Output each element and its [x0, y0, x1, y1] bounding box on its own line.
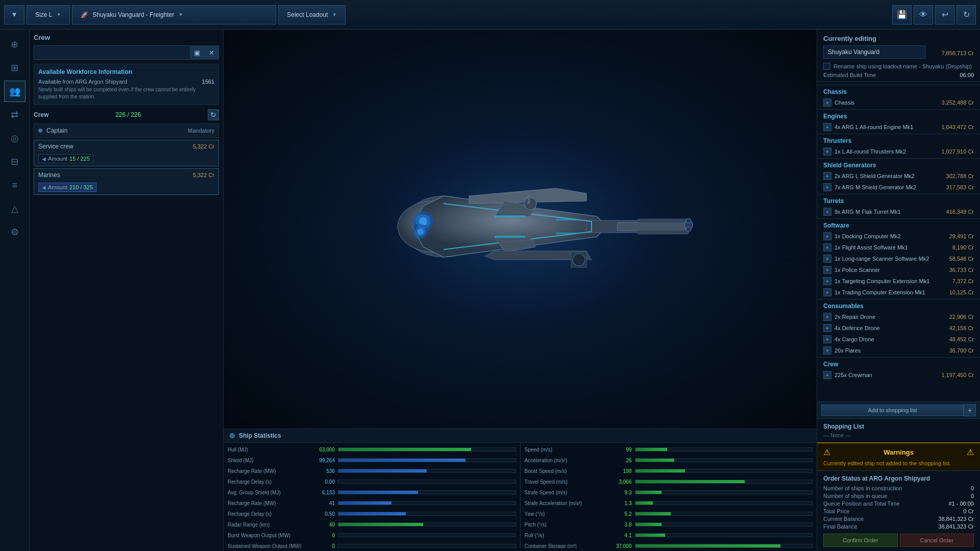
config-item-price: 58,546 Cr	[949, 256, 974, 262]
expand-btn[interactable]: +	[823, 208, 831, 216]
add-shopping-icon-button[interactable]: +	[964, 404, 976, 416]
stat-bar-fill	[338, 448, 471, 451]
marines-amount-decrease[interactable]: ◀	[42, 185, 46, 190]
config-item-price: 1,027,910 Cr	[941, 148, 974, 155]
expand-btn[interactable]: +	[823, 232, 831, 240]
stat-bar-fill	[338, 459, 465, 462]
refresh-crew-button[interactable]: ↻	[208, 109, 219, 120]
sidebar-item-list[interactable]: ≡	[4, 174, 26, 196]
close-search-button[interactable]: ✕	[204, 45, 218, 60]
expand-btn[interactable]: +	[823, 123, 831, 131]
stat-label: Yaw (°/s)	[525, 511, 606, 517]
config-item[interactable]: + 2x ARG L Shield Generator Mk2 302,788 …	[817, 170, 980, 182]
sidebar-item-settings[interactable]: ⚙	[4, 221, 26, 243]
config-item[interactable]: + 4x Cargo Drone 48,452 Cr	[817, 334, 980, 345]
sidebar-item-target[interactable]: ⊕	[4, 34, 26, 55]
order-row: Queue Position and Total Time #1 - 00:00	[823, 500, 974, 507]
rename-row: Rename ship using loadout name - Shuyaku…	[823, 63, 974, 70]
expand-btn[interactable]: +	[823, 346, 831, 355]
stat-bar-bg	[338, 480, 516, 484]
stat-row: Recharge Rate (MW) 41	[228, 498, 516, 508]
size-dropdown-arrow[interactable]: ▼	[4, 5, 24, 24]
config-item-price: 42,156 Cr	[949, 325, 974, 331]
expand-btn[interactable]: +	[823, 324, 831, 332]
ship-svg	[341, 114, 699, 344]
config-item[interactable]: + 225x Crewman 1,197,450 Cr	[817, 369, 980, 381]
search-input[interactable]	[34, 49, 190, 56]
ship-name-input[interactable]	[823, 45, 925, 59]
stat-label: Boost Speed (m/s)	[525, 468, 606, 474]
config-item[interactable]: + 9x ARG M Flak Turret Mk1 416,349 Cr	[817, 206, 980, 217]
expand-btn[interactable]: +	[823, 288, 831, 296]
config-expand: + 4x Defence Drone	[823, 324, 880, 332]
expand-btn[interactable]: +	[823, 335, 831, 343]
expand-btn[interactable]: +	[823, 183, 831, 191]
stat-bar-bg	[635, 512, 813, 516]
sidebar-item-radar[interactable]: ◎	[4, 128, 26, 149]
marines-amount-control: ◀ Amount 210 / 325	[38, 183, 96, 192]
stat-bar-bg	[635, 490, 813, 494]
config-expand: + 2x ARG L Shield Generator Mk2	[823, 172, 915, 180]
ship-name-display[interactable]: 🚀 Shuyaku Vanguard - Freighter ▼	[72, 5, 276, 24]
expand-btn[interactable]: +	[823, 313, 831, 321]
stat-value: 0	[309, 533, 335, 538]
config-item[interactable]: + 1x Targeting Computer Extension Mk1 7,…	[817, 276, 980, 287]
expand-btn[interactable]: +	[823, 371, 831, 379]
expand-btn[interactable]: +	[823, 277, 831, 285]
config-item[interactable]: + 1x Trading Computer Extension Mk1 10,1…	[817, 287, 980, 298]
config-item[interactable]: + 4x ARG L All-round Engine Mk1 1,043,47…	[817, 121, 980, 133]
svg-rect-25	[495, 215, 525, 217]
sidebar-item-crew[interactable]: 👥	[4, 81, 26, 102]
stat-value: 536	[309, 468, 335, 474]
workforce-source-row: Available from ARG Argon Shipyard 1561	[38, 79, 214, 85]
expand-btn[interactable]: +	[823, 172, 831, 180]
rename-checkbox[interactable]	[823, 63, 830, 70]
service-crew-amount-row: ◀ Amount 15 / 225	[34, 153, 218, 166]
config-item[interactable]: + Chassis 3,252,488 Cr	[817, 97, 980, 108]
clear-search-button[interactable]: ▣	[190, 45, 204, 60]
sidebar-item-remove[interactable]: ⊟	[4, 151, 26, 172]
config-item[interactable]: + 1x Docking Computer Mk2 29,491 Cr	[817, 231, 980, 242]
service-amount-decrease[interactable]: ◀	[42, 156, 46, 162]
ship-3d-view[interactable]	[224, 30, 817, 429]
order-row-value: 38,841,323 Cr	[938, 523, 974, 530]
expand-btn[interactable]: +	[823, 255, 831, 263]
stats-title: Ship Statistics	[239, 432, 281, 439]
stat-row: Avg. Group Shield (MJ) 6,133	[228, 488, 516, 497]
config-item[interactable]: + 7x ARG M Shield Generator Mk2 317,583 …	[817, 182, 980, 193]
stat-label: Strafe Acceleration (m/s²)	[525, 500, 606, 506]
config-expand: + 1x Targeting Computer Extension Mk1	[823, 277, 929, 285]
config-item[interactable]: + 1x L All-round Thrusters Mk2 1,027,910…	[817, 146, 980, 157]
stat-row: Recharge Delay (s) 0.50	[228, 509, 516, 518]
undo-button[interactable]: ↩	[935, 5, 954, 24]
currently-editing-title: Currently editing	[823, 35, 974, 42]
expand-btn[interactable]: +	[823, 147, 831, 156]
config-item[interactable]: + 1x Police Scanner 36,733 Cr	[817, 264, 980, 276]
config-item[interactable]: + 4x Defence Drone 42,156 Cr	[817, 322, 980, 334]
expand-btn[interactable]: +	[823, 98, 831, 107]
sidebar-item-swap[interactable]: ⇄	[4, 104, 26, 126]
expand-btn[interactable]: +	[823, 243, 831, 252]
redo-button[interactable]: ↻	[957, 5, 976, 24]
expand-btn[interactable]: +	[823, 266, 831, 274]
confirm-order-button[interactable]: Confirm Order	[823, 534, 898, 547]
config-item[interactable]: + 1x Long-range Scanner Software Mk2 58,…	[817, 253, 980, 264]
sidebar-item-add[interactable]: ⊞	[4, 57, 26, 79]
add-to-shopping-list-button[interactable]: Add to shopping list	[821, 405, 964, 416]
config-item[interactable]: + 2x Repair Drone 22,906 Cr	[817, 311, 980, 322]
config-item[interactable]: + 1x Flight Assist Software Mk1 8,190 Cr	[817, 242, 980, 253]
sidebar-item-nav[interactable]: △	[4, 198, 26, 219]
stats-right-column: Speed (m/s) 99 Acceleration (m/s²) 26 Bo…	[521, 443, 817, 548]
loadout-dropdown[interactable]: Select Loadout ▼	[278, 5, 346, 24]
cancel-order-button[interactable]: Cancel Order	[900, 534, 974, 547]
config-item-name: 1x Flight Assist Software Mk1	[835, 244, 908, 251]
stat-label: Pitch (°/s)	[525, 522, 606, 528]
camera-button[interactable]: 👁	[914, 5, 933, 24]
order-row-value: 38,841,323 Cr	[938, 516, 974, 522]
service-crew-header: Service crew 5,322 Cr	[34, 140, 218, 153]
config-item[interactable]: + 20x Flares 36,700 Cr	[817, 345, 980, 356]
stat-row: Sustained Weapon Output (MW) 0	[228, 541, 516, 548]
config-section-title: Chassis	[817, 85, 980, 97]
size-dropdown[interactable]: Size L ▼	[27, 5, 70, 24]
save-button[interactable]: 💾	[892, 5, 912, 24]
